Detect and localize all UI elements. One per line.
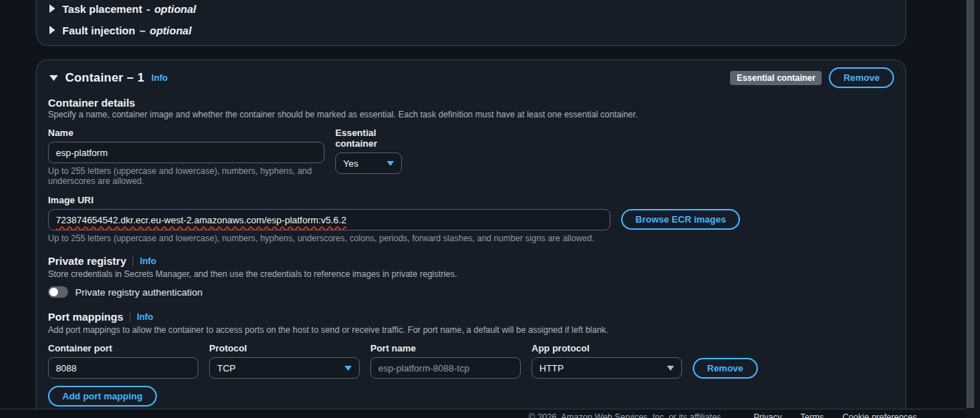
task-definition-upper-panel: Task placement - optional Fault injectio… — [36, 0, 906, 46]
container-port-label: Container port — [48, 343, 198, 354]
private-registry-heading: Private registry — [48, 255, 126, 267]
private-registry-section: Private registry Info Store credentials … — [48, 255, 894, 298]
add-port-mapping-button[interactable]: Add port mapping — [48, 386, 157, 407]
app-protocol-group: App protocol HTTP — [532, 343, 682, 379]
private-registry-description: Store credentials in Secrets Manager, an… — [48, 268, 894, 280]
container-1-header-left[interactable]: Container – 1 Info — [48, 71, 168, 85]
image-uri-label: Image URI — [48, 195, 894, 205]
section-label: Fault injection — [62, 24, 135, 37]
footer-link-privacy[interactable]: Privacy — [754, 412, 782, 418]
name-constraint-text: Up to 255 letters (uppercase and lowerca… — [48, 166, 325, 186]
section-label: Task placement — [62, 3, 142, 15]
chevron-down-icon — [345, 366, 352, 371]
private-registry-info-link[interactable]: Info — [140, 256, 156, 266]
port-name-input[interactable] — [370, 357, 521, 379]
image-uri-input[interactable]: 723874654542.dkr.ecr.eu-west-2.amazonaws… — [48, 209, 610, 230]
section-fault-injection-title: Fault injection – optional — [62, 24, 191, 37]
chevron-down-icon — [49, 75, 58, 81]
port-mapping-row: Container port Protocol TCP Port name Ap… — [48, 343, 894, 379]
container-info-link[interactable]: Info — [151, 73, 168, 83]
name-label: Name — [48, 127, 325, 138]
port-mappings-heading: Port mappings — [48, 311, 123, 323]
image-uri-value: 723874654542.dkr.ecr.eu-west-2.amazonaws… — [56, 215, 346, 225]
section-fault-injection[interactable]: Fault injection – optional — [48, 19, 894, 41]
container-name-input[interactable] — [48, 142, 325, 163]
app-protocol-label: App protocol — [532, 343, 682, 354]
footer-link-cookie-preferences[interactable]: Cookie preferences — [842, 412, 917, 418]
port-name-label: Port name — [370, 343, 521, 354]
port-name-group: Port name — [370, 343, 521, 379]
port-mappings-section: Port mappings Info Add port mappings to … — [48, 311, 894, 407]
container-1-title: Container – 1 — [65, 71, 144, 85]
section-task-placement-title: Task placement - optional — [62, 3, 196, 15]
port-mappings-info-link[interactable]: Info — [137, 312, 153, 322]
private-registry-auth-toggle[interactable] — [48, 286, 68, 298]
section-optional-label: optional — [150, 24, 191, 37]
essential-container-select[interactable]: Yes — [335, 152, 402, 174]
chevron-right-icon — [49, 26, 55, 34]
heading-divider — [130, 312, 130, 322]
image-uri-field-group: Image URI 723874654542.dkr.ecr.eu-west-2… — [48, 195, 894, 243]
port-mappings-description: Add port mappings to allow the container… — [48, 324, 894, 336]
section-dash: – — [140, 24, 145, 37]
name-field-group: Name Up to 255 letters (uppercase and lo… — [48, 127, 325, 186]
container-1-header-right: Essential container Remove — [730, 67, 894, 88]
page-footer: © 2026, Amazon Web Services, Inc. or its… — [0, 409, 980, 418]
chevron-right-icon — [49, 4, 55, 13]
app-protocol-value: HTTP — [539, 363, 564, 374]
private-registry-auth-label: Private registry authentication — [75, 287, 203, 298]
vertical-scrollbar-thumb[interactable] — [966, 0, 974, 408]
container-port-input[interactable] — [48, 357, 198, 379]
image-uri-constraint-text: Up to 255 letters (uppercase and lowerca… — [48, 233, 894, 243]
essential-field-group: Essential container Yes — [335, 127, 402, 186]
private-registry-toggle-row: Private registry authentication — [48, 286, 894, 298]
browse-ecr-images-button[interactable]: Browse ECR images — [621, 209, 740, 230]
section-task-placement[interactable]: Task placement - optional — [48, 0, 894, 19]
container-1-panel: Container – 1 Info Essential container R… — [36, 59, 906, 418]
section-optional-label: optional — [154, 3, 196, 15]
protocol-label: Protocol — [209, 343, 360, 354]
remove-port-mapping-button[interactable]: Remove — [693, 358, 758, 379]
protocol-value: TCP — [217, 363, 236, 374]
container-details-heading: Container details — [48, 97, 894, 109]
remove-container-button[interactable]: Remove — [829, 67, 894, 88]
footer-link-terms[interactable]: Terms — [800, 412, 824, 418]
essential-container-label: Essential container — [335, 127, 402, 149]
chevron-down-icon — [667, 366, 674, 371]
chevron-down-icon — [387, 161, 394, 166]
protocol-select[interactable]: TCP — [209, 357, 360, 379]
vertical-scrollbar-track[interactable] — [966, 0, 980, 418]
essential-container-value: Yes — [343, 158, 358, 169]
app-protocol-select[interactable]: HTTP — [532, 357, 682, 379]
essential-container-badge: Essential container — [730, 71, 822, 85]
copyright-text: © 2026, Amazon Web Services, Inc. or its… — [529, 412, 724, 418]
container-details-section: Container details Specify a name, contai… — [48, 97, 894, 243]
container-details-description: Specify a name, container image and whet… — [48, 109, 894, 120]
container-port-group: Container port — [48, 343, 198, 379]
protocol-group: Protocol TCP — [209, 343, 360, 379]
section-dash: - — [146, 3, 150, 15]
container-1-header: Container – 1 Info Essential container R… — [48, 67, 894, 88]
heading-divider — [133, 256, 133, 266]
